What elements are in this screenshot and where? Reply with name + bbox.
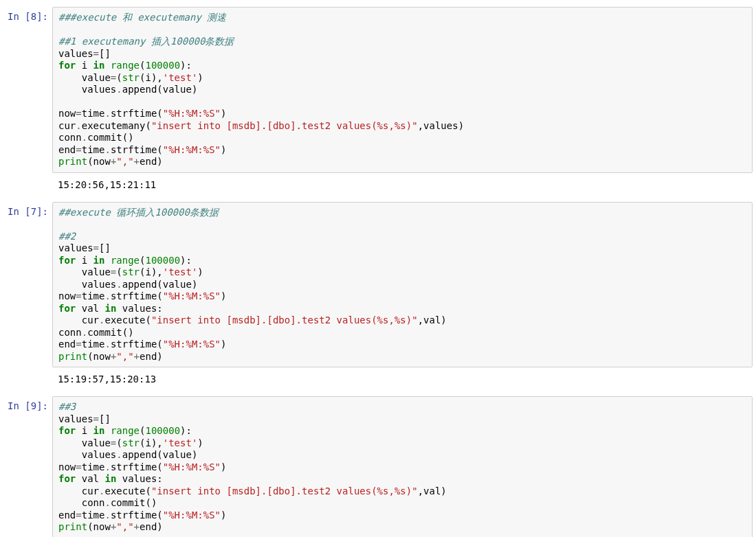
code-cell[interactable]: In [9]:##3 values=[] for i in range(1000… [0,395,756,537]
input-prompt-label: In [9]: [8,400,48,411]
output-prompt [0,179,52,194]
output-cell: 15:19:57,15:20:13 [0,369,756,395]
input-prompt: In [9]: [0,396,52,411]
code-cell[interactable]: In [8]:###execute 和 executemany 测速 ##1 e… [0,5,756,174]
output-text: 15:20:56,15:21:11 [52,179,753,191]
code-input[interactable]: ##3 values=[] for i in range(100000): va… [52,396,753,537]
code-cell[interactable]: In [7]:##execute 循环插入100000条数据 ##2 value… [0,201,756,369]
notebook: In [8]:###execute 和 executemany 测速 ##1 e… [0,5,756,537]
output-prompt [0,373,52,388]
output-cell: 15:20:56,15:21:11 [0,174,756,201]
code-input[interactable]: ##execute 循环插入100000条数据 ##2 values=[] fo… [52,202,753,368]
input-prompt: In [8]: [0,7,52,22]
output-text: 15:19:57,15:20:13 [52,373,753,385]
code-input[interactable]: ###execute 和 executemany 测速 ##1 executem… [52,7,753,173]
input-prompt: In [7]: [0,202,52,217]
input-prompt-label: In [7]: [8,206,48,217]
input-prompt-label: In [8]: [8,11,48,22]
